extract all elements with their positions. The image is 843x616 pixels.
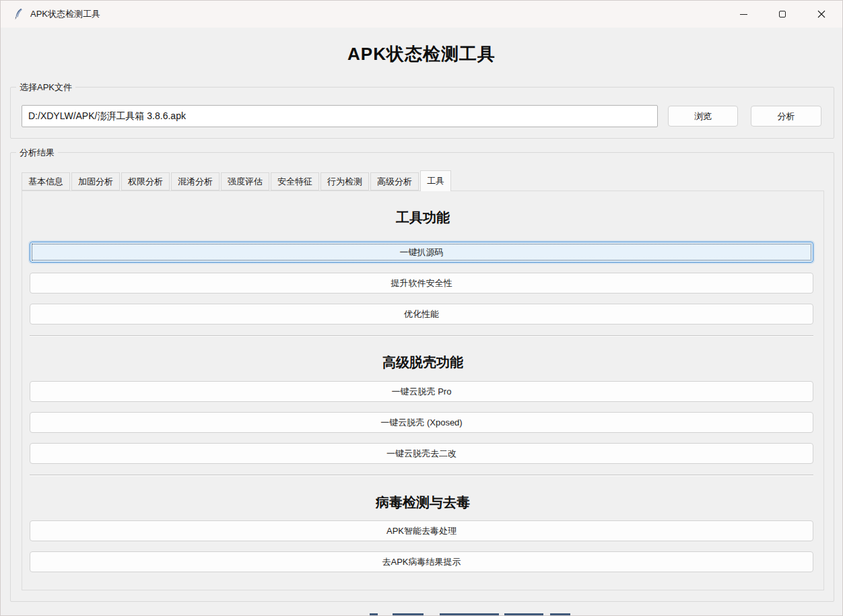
- window-title: APK状态检测工具: [30, 1, 100, 28]
- separator: [30, 475, 813, 475]
- tab-strength[interactable]: 强度评估: [221, 172, 269, 191]
- footer-clipped-text: [370, 613, 570, 616]
- file-select-frame: 选择APK文件 浏览 分析: [10, 87, 834, 139]
- app-window: APK状态检测工具 APK状态检测工具 选择APK文件 浏览 分析 分析结果 基…: [0, 0, 843, 616]
- page-title: APK状态检测工具: [1, 42, 842, 66]
- minimize-icon: [740, 14, 747, 15]
- tab-behavior[interactable]: 行为检测: [321, 172, 369, 191]
- section-heading-virus: 病毒检测与去毒: [22, 494, 823, 511]
- section-heading-tools: 工具功能: [22, 209, 823, 226]
- close-icon: [817, 10, 825, 18]
- tab-pack-analysis[interactable]: 加固分析: [71, 172, 120, 191]
- analyze-button[interactable]: 分析: [751, 106, 821, 127]
- analysis-result-frame-label: 分析结果: [16, 146, 58, 159]
- browse-button[interactable]: 浏览: [668, 106, 738, 127]
- maximize-icon: [779, 11, 786, 18]
- tab-permission[interactable]: 权限分析: [121, 172, 170, 191]
- tab-obfuscation[interactable]: 混淆分析: [171, 172, 220, 191]
- improve-security-button[interactable]: 提升软件安全性: [30, 273, 813, 294]
- analysis-result-frame: 分析结果 基本信息 加固分析 权限分析 混淆分析 强度评估 安全特征 行为检测 …: [10, 152, 834, 602]
- tab-basic-info[interactable]: 基本信息: [22, 172, 70, 191]
- smart-devirus-button[interactable]: APK智能去毒处理: [30, 520, 813, 541]
- apk-path-input[interactable]: [22, 105, 658, 127]
- file-select-frame-label: 选择APK文件: [16, 81, 75, 94]
- cloud-unpack-demod-button[interactable]: 一键云脱壳去二改: [30, 443, 813, 464]
- cloud-unpack-xposed-button[interactable]: 一键云脱壳 (Xposed): [30, 412, 813, 433]
- section-heading-unpack: 高级脱壳功能: [22, 354, 823, 371]
- tab-advanced[interactable]: 高级分析: [370, 172, 419, 191]
- python-tk-feather-icon: [13, 8, 24, 20]
- tab-security[interactable]: 安全特征: [271, 172, 319, 191]
- tab-tools[interactable]: 工具: [420, 170, 451, 191]
- extract-source-button[interactable]: 一键扒源码: [30, 242, 813, 263]
- titlebar: APK状态检测工具: [1, 1, 842, 28]
- minimize-button[interactable]: [724, 1, 763, 28]
- optimize-performance-button[interactable]: 优化性能: [30, 304, 813, 324]
- cloud-unpack-pro-button[interactable]: 一键云脱壳 Pro: [30, 381, 813, 402]
- tools-tab-panel: 工具功能 一键扒源码 提升软件安全性 优化性能 高级脱壳功能 一键云脱壳 Pro…: [22, 191, 824, 590]
- window-controls: [724, 1, 841, 28]
- close-button[interactable]: [802, 1, 841, 28]
- separator: [30, 335, 813, 336]
- maximize-button[interactable]: [763, 1, 802, 28]
- devirus-result-hint-button[interactable]: 去APK病毒结果提示: [30, 551, 813, 572]
- result-tabs: 基本信息 加固分析 权限分析 混淆分析 强度评估 安全特征 行为检测 高级分析 …: [22, 170, 452, 191]
